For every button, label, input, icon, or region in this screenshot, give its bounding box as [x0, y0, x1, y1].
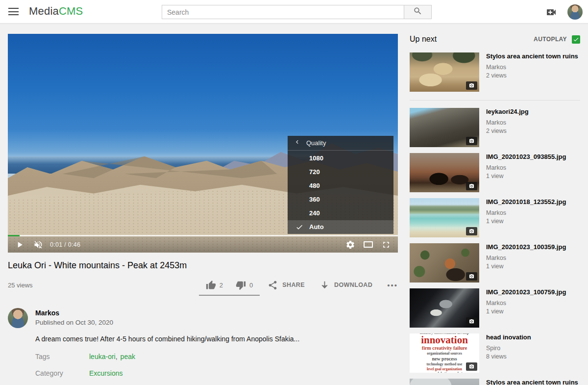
media-description: A dream comes true! After 4-5 hours of c…: [35, 335, 398, 343]
settings-gear-icon[interactable]: [345, 240, 355, 250]
wordcloud-line: research better market: [426, 371, 462, 373]
tags-label: Tags: [35, 353, 89, 360]
author-section: Markos Published on Oct 30, 2020: [8, 308, 398, 328]
wordcloud-line: technology method use: [427, 362, 463, 366]
quality-option-480[interactable]: 480: [288, 179, 393, 192]
video-player[interactable]: 0:01 / 0:46 Quality 1080 720 480 360 240: [8, 34, 398, 253]
search-bar: [162, 5, 432, 19]
like-count: 2: [220, 282, 223, 289]
user-avatar[interactable]: [567, 4, 583, 20]
up-next-sidebar: Up next AUTOPLAY Stylos area ancient tow…: [410, 34, 580, 385]
image-type-badge: [466, 317, 477, 326]
up-next-list: Stylos area ancient town ruins Markos 2 …: [410, 52, 580, 385]
search-input[interactable]: [162, 5, 404, 19]
meta-row: 25 views 2 0 SHARE DOWNLOAD •••: [8, 278, 398, 292]
tag-link-peak[interactable]: peak: [121, 353, 135, 360]
chevron-left-icon: [294, 138, 301, 148]
logo-cms: CMS: [59, 5, 83, 17]
menu-icon[interactable]: [8, 8, 19, 15]
quality-menu-back[interactable]: Quality: [288, 136, 393, 151]
author-name[interactable]: Markos: [35, 309, 113, 317]
list-item[interactable]: IMG_20201023_100759.jpg Markos 1 view: [410, 288, 580, 328]
up-next-title: Up next: [410, 35, 437, 44]
list-item[interactable]: Stylos area ancient town ruins Markos 2 …: [410, 52, 580, 92]
list-item[interactable]: IMG_20201023_100359.jpg Markos 1 view: [410, 243, 580, 282]
play-button[interactable]: [15, 240, 24, 250]
page-title: Leuka Ori - White mountains - Peak at 24…: [8, 260, 398, 271]
divider: [410, 100, 580, 101]
tags-row: Tags leuka-ori,peak: [35, 353, 398, 360]
more-options-icon[interactable]: •••: [387, 281, 398, 289]
autoplay-checkbox[interactable]: [572, 35, 580, 44]
image-type-badge: [466, 227, 477, 235]
logo-media: Media: [29, 5, 59, 17]
fullscreen-icon[interactable]: [381, 240, 391, 250]
thumb-down-icon[interactable]: [236, 280, 246, 290]
category-row: Category Excursions: [35, 369, 398, 377]
item-title: IMG_20201018_123552.jpg: [486, 198, 580, 206]
download-label: DOWNLOAD: [334, 282, 372, 288]
item-author: Markos: [486, 164, 580, 171]
item-views: 2 views: [486, 128, 580, 134]
wordcloud-main-word: innovation: [421, 335, 468, 345]
item-title: IMG_20201023_100359.jpg: [486, 243, 580, 252]
list-item[interactable]: IMG_20201018_123552.jpg Markos 1 view: [410, 198, 580, 237]
thumb-up-icon[interactable]: [206, 280, 216, 290]
tag-link-leuka-ori[interactable]: leuka-ori: [89, 353, 116, 360]
item-views: 1 view: [486, 263, 580, 270]
item-author: Markos: [486, 119, 580, 126]
item-views: 8 views: [486, 353, 580, 360]
wordcloud-line: new process: [432, 356, 457, 361]
image-type-badge: [466, 362, 477, 371]
quality-option-240[interactable]: 240: [288, 206, 393, 220]
theater-mode-icon[interactable]: [364, 241, 373, 248]
autoplay-toggle[interactable]: AUTOPLAY: [534, 35, 580, 44]
thumbnail: industry effect reduced develop innovati…: [410, 334, 479, 373]
item-title: Stylos area ancient town ruins: [486, 52, 580, 61]
list-item[interactable]: leykaori24.jpg Markos 2 views: [410, 108, 580, 147]
quality-menu: Quality 1080 720 480 360 240 Auto: [288, 136, 393, 234]
check-icon: [295, 223, 303, 231]
tags-value: leuka-ori,peak: [89, 353, 135, 360]
download-icon: [319, 280, 330, 290]
download-button[interactable]: DOWNLOAD: [319, 280, 372, 290]
share-button[interactable]: SHARE: [268, 280, 305, 290]
item-author: Markos: [486, 300, 580, 307]
author-avatar[interactable]: [8, 308, 28, 328]
views-count: 25 views: [8, 282, 33, 289]
image-type-badge: [466, 272, 477, 281]
upload-media-icon[interactable]: [545, 6, 557, 17]
mute-icon[interactable]: [33, 240, 43, 250]
list-item[interactable]: IMG_20201023_093855.jpg Markos 1 view: [410, 153, 580, 192]
published-date: Published on Oct 30, 2020: [35, 319, 113, 326]
list-item[interactable]: industry effect reduced develop innovati…: [410, 334, 580, 373]
item-views: 2 views: [486, 72, 580, 79]
quality-menu-title: Quality: [306, 139, 326, 147]
share-label: SHARE: [282, 282, 305, 288]
time-display: 0:01 / 0:46: [50, 241, 80, 248]
wordcloud-line: firm creativity failure: [422, 345, 467, 351]
quality-option-1080[interactable]: 1080: [288, 151, 393, 165]
wordcloud-line: level goal organization: [427, 367, 462, 371]
thumbnail: [410, 153, 479, 192]
item-title: leykaori24.jpg: [486, 108, 580, 116]
quality-option-auto[interactable]: Auto: [288, 220, 393, 234]
category-link[interactable]: Excursions: [89, 369, 122, 377]
list-item[interactable]: Stylos area ancient town ruins: [410, 379, 580, 385]
player-control-bar: 0:01 / 0:46: [8, 236, 398, 253]
quality-option-720[interactable]: 720: [288, 165, 393, 179]
thumbnail: [410, 379, 479, 385]
media-page-main: 0:01 / 0:46 Quality 1080 720 480 360 240: [8, 34, 398, 385]
app-logo[interactable]: MediaCMS: [29, 5, 83, 18]
wordcloud-line: organizational sources: [427, 351, 462, 356]
thumbnail: [410, 243, 479, 282]
tag-separator: ,: [116, 353, 118, 360]
share-icon: [268, 280, 278, 290]
media-attributes: Tags leuka-ori,peak Category Excursions: [35, 353, 398, 377]
quality-option-360[interactable]: 360: [288, 193, 393, 206]
item-author: Markos: [486, 255, 580, 261]
author-text: Markos Published on Oct 30, 2020: [35, 308, 113, 328]
search-button[interactable]: [404, 5, 432, 19]
image-type-badge: [466, 81, 477, 90]
item-title: Stylos area ancient town ruins: [486, 379, 580, 385]
